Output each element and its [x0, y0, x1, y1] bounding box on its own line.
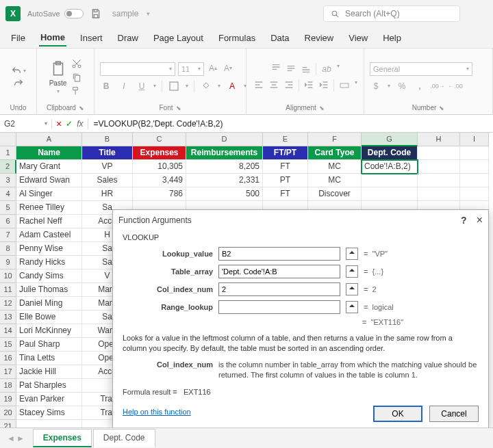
cell[interactable]: Al Singer: [16, 187, 82, 201]
header-cell[interactable]: Name: [16, 146, 82, 160]
bold-button[interactable]: B: [100, 80, 112, 92]
header-cell[interactable]: [460, 146, 489, 160]
range-picker-icon[interactable]: [346, 265, 358, 278]
header-cell[interactable]: Reimbursements: [186, 146, 263, 160]
range-picker-icon[interactable]: [346, 301, 358, 313]
dialog-close-icon[interactable]: ×: [477, 214, 483, 226]
merge-button[interactable]: [338, 79, 351, 92]
font-family-select[interactable]: ▾: [100, 62, 175, 76]
cell[interactable]: Julie Thomas: [16, 283, 82, 297]
increase-decimal-icon[interactable]: .00→: [431, 80, 444, 92]
switch-off-icon[interactable]: [64, 9, 84, 18]
search-input[interactable]: Search (Alt+Q): [323, 5, 460, 22]
cell[interactable]: 2,331: [186, 174, 263, 187]
cell[interactable]: Elle Bowe: [16, 311, 82, 324]
cell[interactable]: Tina Letts: [16, 352, 82, 365]
col-header-D[interactable]: D: [186, 133, 263, 146]
redo-button[interactable]: [13, 78, 24, 89]
fill-color-button[interactable]: [200, 80, 212, 92]
row-header[interactable]: 4: [0, 187, 16, 201]
select-all-corner[interactable]: [0, 133, 16, 146]
number-format-select[interactable]: General▾: [370, 62, 472, 76]
number-launcher-icon[interactable]: ⬊: [439, 105, 444, 111]
cell[interactable]: Edward Swan: [16, 174, 82, 187]
ok-button[interactable]: OK: [373, 406, 422, 422]
cell[interactable]: Lori McKinney: [16, 324, 82, 338]
cell[interactable]: 500: [186, 187, 263, 201]
row-header[interactable]: 3: [0, 174, 16, 187]
orientation-icon[interactable]: ab: [320, 63, 333, 75]
undo-button[interactable]: ▾: [11, 66, 26, 77]
cell[interactable]: MC: [308, 174, 362, 187]
range-picker-icon[interactable]: [346, 283, 358, 295]
arg-input-lookup_value[interactable]: [218, 247, 340, 261]
cell[interactable]: Renee Tilley: [16, 201, 82, 215]
cell[interactable]: Discover: [308, 187, 362, 201]
cell[interactable]: Candy Sims: [16, 269, 82, 283]
row-header[interactable]: 19: [0, 393, 16, 406]
header-cell[interactable]: [418, 146, 460, 160]
decrease-font-icon[interactable]: A▾: [222, 62, 234, 75]
col-header-H[interactable]: H: [418, 133, 460, 146]
format-painter-icon[interactable]: [71, 85, 82, 96]
decrease-indent-icon[interactable]: [303, 79, 314, 90]
cell[interactable]: [418, 174, 460, 187]
col-header-A[interactable]: A: [16, 133, 82, 146]
cell[interactable]: HR: [82, 187, 133, 201]
header-cell[interactable]: Expenses: [133, 146, 186, 160]
align-bottom-icon[interactable]: [301, 63, 312, 74]
sheet-prev-icon[interactable]: ◄: [7, 434, 15, 443]
cancel-button[interactable]: Cancel: [429, 406, 479, 422]
sheet-tab-expenses[interactable]: Expenses: [33, 429, 92, 447]
italic-button[interactable]: I: [118, 80, 130, 92]
row-header[interactable]: 5: [0, 201, 16, 215]
cell[interactable]: Jackie Hill: [16, 365, 82, 379]
cell[interactable]: FT: [263, 160, 308, 174]
cut-icon[interactable]: [71, 58, 82, 69]
menu-home[interactable]: Home: [39, 29, 66, 47]
help-link[interactable]: Help on this function: [123, 408, 191, 416]
copy-icon[interactable]: [71, 72, 82, 83]
header-cell[interactable]: Dept. Code: [362, 146, 418, 160]
align-center-icon[interactable]: [268, 79, 279, 90]
autosave-toggle[interactable]: AutoSave: [27, 9, 84, 18]
menu-review[interactable]: Review: [303, 30, 336, 46]
row-header[interactable]: 12: [0, 297, 16, 311]
cell[interactable]: 8,205: [186, 160, 263, 174]
save-icon[interactable]: [90, 8, 101, 19]
cell[interactable]: MC: [308, 160, 362, 174]
cell[interactable]: [460, 160, 489, 174]
cell[interactable]: [460, 187, 489, 201]
clipboard-launcher-icon[interactable]: ⬊: [79, 105, 84, 111]
dialog-help-icon[interactable]: ?: [461, 215, 467, 226]
cancel-formula-icon[interactable]: ×: [56, 118, 62, 129]
arg-input-col_index_num[interactable]: [218, 282, 340, 296]
col-header-G[interactable]: G: [362, 133, 418, 146]
cell[interactable]: Stacey Sims: [16, 406, 82, 420]
cell[interactable]: Rachel Neff: [16, 215, 82, 228]
row-header[interactable]: 17: [0, 365, 16, 379]
menu-file[interactable]: File: [10, 30, 27, 46]
align-right-icon[interactable]: [283, 79, 294, 90]
row-header[interactable]: 15: [0, 338, 16, 352]
cell[interactable]: 3,449: [133, 174, 186, 187]
row-header[interactable]: 16: [0, 352, 16, 365]
font-color-button[interactable]: A: [226, 80, 238, 92]
sheet-tab-dept--code[interactable]: Dept. Code: [93, 429, 155, 447]
row-header[interactable]: 10: [0, 269, 16, 283]
range-picker-icon[interactable]: [346, 248, 358, 260]
row-header[interactable]: 13: [0, 311, 16, 324]
cell[interactable]: [460, 174, 489, 187]
cell[interactable]: [418, 160, 460, 174]
row-header[interactable]: 20: [0, 406, 16, 420]
cell[interactable]: [362, 187, 418, 201]
row-header[interactable]: 18: [0, 379, 16, 393]
row-header[interactable]: 11: [0, 283, 16, 297]
cell[interactable]: Adam Casteel: [16, 228, 82, 242]
row-header[interactable]: 14: [0, 324, 16, 338]
font-size-select[interactable]: 11▾: [178, 62, 204, 76]
cell[interactable]: [362, 174, 418, 187]
currency-button[interactable]: $: [370, 80, 382, 92]
cell[interactable]: Daniel Ming: [16, 297, 82, 311]
align-top-icon[interactable]: [270, 63, 281, 74]
